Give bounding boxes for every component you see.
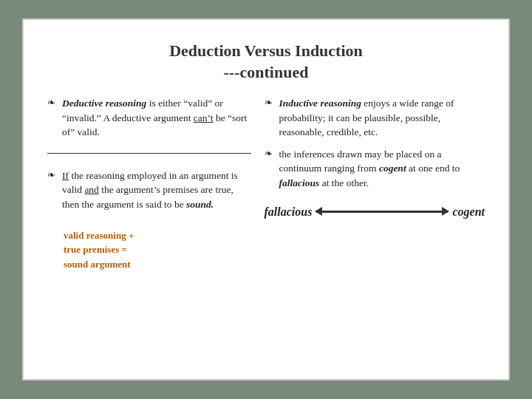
sub-line2: true premises = [64,242,251,257]
continuum-bullet-text: the inferences drawn may be placed on a … [265,147,485,191]
if-underline: If [62,170,69,181]
bullet-inductive: Inductive reasoning enjoys a wide range … [265,96,485,140]
continuum-arrow [316,205,448,219]
slide: Deduction Versus Induction ---continued … [22,18,510,381]
slide-title: Deduction Versus Induction ---continued [47,41,485,83]
bullet-continuum: the inferences drawn may be placed on a … [265,147,485,191]
continuum-right-label: cogent [452,205,485,219]
deductive-bullet-text: Deductive reasoning is either “valid” or… [47,96,251,140]
bullet-deductive: Deductive reasoning is either “valid” or… [47,96,251,140]
bullet-if: If the reasoning employed in an argument… [47,168,251,212]
continuum-left-label: fallacious [265,205,313,219]
arrow-line [316,211,448,213]
deductive-italic-bold: Deductive reasoning [62,98,146,109]
divider [47,153,251,154]
continuum-text2: at one end to [406,163,460,174]
sub-indent: valid reasoning + true premises = sound … [64,228,251,272]
continuum-row: fallacious cogent [265,205,485,219]
cogent-bold: cogent [379,163,406,174]
inductive-italic-bold: Inductive reasoning [279,98,361,109]
and-underline: and [84,184,99,195]
content-area: Deductive reasoning is either “valid” or… [47,96,485,364]
right-column: Inductive reasoning enjoys a wide range … [265,96,485,364]
fallacious-italic: fallacious [279,177,320,188]
if-bullet-text: If the reasoning employed in an argument… [47,168,251,212]
inductive-bullet-text: Inductive reasoning enjoys a wide range … [265,96,485,140]
cant-underline: can’t [194,112,214,123]
sub-line1: valid reasoning + [64,228,251,243]
sound-italic: sound. [186,199,214,210]
left-column: Deductive reasoning is either “valid” or… [47,96,251,364]
sub-line3: sound argument [64,257,251,272]
continuum-text3: at the other. [319,177,369,188]
